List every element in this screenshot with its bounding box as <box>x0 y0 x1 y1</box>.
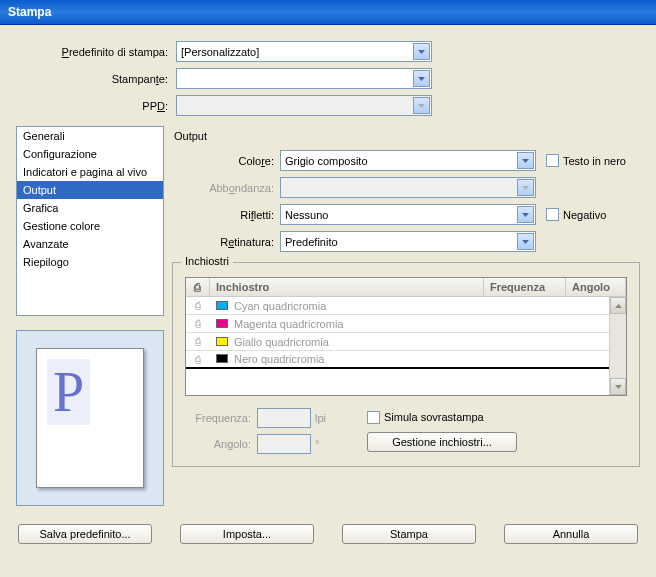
angle-unit: ° <box>315 438 337 450</box>
simulate-overprint-checkbox[interactable] <box>367 411 380 424</box>
ink-name: Cyan quadricromia <box>234 300 326 312</box>
ink-name: Giallo quadricromia <box>234 336 329 348</box>
ink-swatch-magenta <box>216 319 228 328</box>
sidebar-item-output[interactable]: Output <box>17 181 163 199</box>
sidebar-item-grafica[interactable]: Grafica <box>17 199 163 217</box>
angle-label: Angolo: <box>185 438 257 450</box>
preset-value: [Personalizzato] <box>181 46 259 58</box>
color-label: Colore: <box>172 155 280 167</box>
chevron-down-icon[interactable] <box>413 43 430 60</box>
inks-title: Inchiostri <box>181 255 233 267</box>
retinatura-value: Predefinito <box>285 236 338 248</box>
table-row[interactable]: ⎙ Nero quadricromia <box>186 351 609 369</box>
sidebar-item-generali[interactable]: Generali <box>17 127 163 145</box>
sidebar-item-gestione-colore[interactable]: Gestione colore <box>17 217 163 235</box>
output-title: Output <box>174 130 640 142</box>
printer-label: Stampante: <box>16 73 176 85</box>
inks-body: ⎙ Cyan quadricromia ⎙ Magenta quadricrom… <box>186 297 609 395</box>
ink-swatch-cyan <box>216 301 228 310</box>
negativo-checkbox[interactable] <box>546 208 559 221</box>
retinatura-label: Retinatura: <box>172 236 280 248</box>
abbondanza-dropdown <box>280 177 536 198</box>
print-icon: ⎙ <box>186 352 210 367</box>
sidebar-item-configurazione[interactable]: Configurazione <box>17 145 163 163</box>
chevron-down-icon[interactable] <box>413 70 430 87</box>
manage-inks-button[interactable]: Gestione inchiostri... <box>367 432 517 452</box>
sidebar-item-riepilogo[interactable]: Riepilogo <box>17 253 163 271</box>
inks-fieldset: Inchiostri ⎙ Inchiostro Frequenza Angolo… <box>172 262 640 467</box>
save-preset-button[interactable]: Salva predefinito... <box>18 524 152 544</box>
inks-header-freq: Frequenza <box>484 278 566 296</box>
inks-header-ang: Angolo <box>566 278 626 296</box>
negativo-label: Negativo <box>563 209 606 221</box>
rifletti-label: Rifletti: <box>172 209 280 221</box>
chevron-down-icon <box>413 97 430 114</box>
table-row[interactable]: ⎙ Cyan quadricromia <box>186 297 609 315</box>
preset-dropdown[interactable]: [Personalizzato] <box>176 41 432 62</box>
print-preview: P <box>16 330 164 506</box>
print-icon: ⎙ <box>186 316 210 331</box>
rifletti-dropdown[interactable]: Nessuno <box>280 204 536 225</box>
rifletti-value: Nessuno <box>285 209 328 221</box>
ink-swatch-yellow <box>216 337 228 346</box>
page-thumbnail: P <box>36 348 144 488</box>
chevron-down-icon[interactable] <box>517 206 534 223</box>
printer-dropdown[interactable] <box>176 68 432 89</box>
setup-button[interactable]: Imposta... <box>180 524 314 544</box>
ink-swatch-black <box>216 354 228 363</box>
inks-header-row: ⎙ Inchiostro Frequenza Angolo <box>186 278 626 297</box>
cancel-button[interactable]: Annulla <box>504 524 638 544</box>
simulate-overprint-label: Simula sovrastampa <box>384 411 484 423</box>
print-icon: ⎙ <box>186 278 210 296</box>
thumbnail-letter: P <box>47 359 90 425</box>
table-row[interactable]: ⎙ Magenta quadricromia <box>186 315 609 333</box>
ppd-dropdown <box>176 95 432 116</box>
sidebar-item-avanzate[interactable]: Avanzate <box>17 235 163 253</box>
ink-name: Nero quadricromia <box>234 353 324 365</box>
table-row[interactable]: ⎙ Giallo quadricromia <box>186 333 609 351</box>
chevron-down-icon[interactable] <box>517 152 534 169</box>
window-titlebar: Stampa <box>0 0 656 25</box>
inks-scrollbar[interactable] <box>609 297 626 395</box>
color-dropdown[interactable]: Grigio composito <box>280 150 536 171</box>
inks-table: ⎙ Inchiostro Frequenza Angolo ⎙ Cyan qua… <box>185 277 627 396</box>
text-black-checkbox[interactable] <box>546 154 559 167</box>
print-button[interactable]: Stampa <box>342 524 476 544</box>
print-icon: ⎙ <box>186 334 210 349</box>
sidebar-item-indicatori[interactable]: Indicatori e pagina al vivo <box>17 163 163 181</box>
chevron-down-icon[interactable] <box>517 233 534 250</box>
color-value: Grigio composito <box>285 155 368 167</box>
text-black-label: Testo in nero <box>563 155 626 167</box>
ppd-label: PPD: <box>16 100 176 112</box>
freq-unit: lpi <box>315 412 337 424</box>
category-sidebar: Generali Configurazione Indicatori e pag… <box>16 126 164 316</box>
scroll-up-icon[interactable] <box>610 297 626 314</box>
angle-input <box>257 434 311 454</box>
freq-label: Frequenza: <box>185 412 257 424</box>
print-icon: ⎙ <box>186 298 210 313</box>
freq-input <box>257 408 311 428</box>
ink-name: Magenta quadricromia <box>234 318 343 330</box>
abbondanza-label: Abbondanza: <box>172 182 280 194</box>
retinatura-dropdown[interactable]: Predefinito <box>280 231 536 252</box>
chevron-down-icon <box>517 179 534 196</box>
scroll-down-icon[interactable] <box>610 378 626 395</box>
inks-header-name: Inchiostro <box>210 278 484 296</box>
preset-label: PPredefinito di stampa:redefinito di sta… <box>16 46 176 58</box>
window-title: Stampa <box>8 5 51 19</box>
